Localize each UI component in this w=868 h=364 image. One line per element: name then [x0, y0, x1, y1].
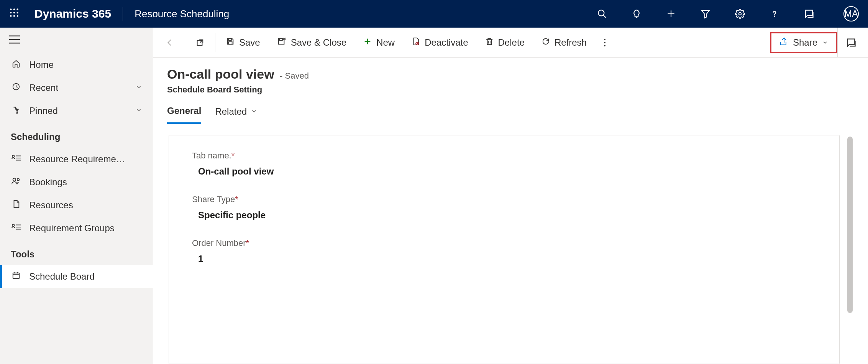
- required-asterisk: *: [246, 238, 249, 248]
- button-label: New: [376, 37, 395, 48]
- svg-line-10: [603, 15, 606, 18]
- nav-schedule-board[interactable]: Schedule Board: [0, 265, 153, 288]
- chevron-down-icon: [135, 106, 142, 116]
- global-top-bar: Dynamics 365 Resource Scheduling MA: [0, 0, 868, 28]
- record-title: On-call pool view: [167, 67, 274, 81]
- site-map-sidebar: Home Recent Pinned Scheduling R: [0, 28, 153, 364]
- svg-line-44: [416, 42, 418, 44]
- list-person-icon: [11, 154, 21, 165]
- nav-label: Schedule Board: [29, 271, 95, 282]
- nav-home[interactable]: Home: [0, 53, 153, 76]
- divider: [123, 7, 123, 21]
- tab-label: Related: [215, 106, 247, 117]
- chat-icon[interactable]: [801, 6, 817, 21]
- save-icon: [226, 37, 235, 48]
- back-button[interactable]: [157, 28, 182, 57]
- separator: [215, 33, 215, 52]
- svg-point-20: [12, 155, 15, 158]
- search-icon[interactable]: [594, 6, 610, 21]
- tab-general[interactable]: General: [167, 105, 201, 124]
- svg-rect-45: [487, 39, 491, 44]
- svg-point-2: [17, 8, 18, 10]
- record-header: On-call pool view - Saved Schedule Board…: [153, 58, 868, 102]
- nav-resource-requirements[interactable]: Resource Requireme…: [0, 148, 153, 171]
- svg-point-1: [13, 8, 15, 10]
- save-button[interactable]: Save: [218, 28, 269, 57]
- module-label[interactable]: Resource Scheduling: [135, 8, 229, 20]
- trash-icon: [485, 37, 494, 48]
- hamburger-icon[interactable]: [0, 28, 153, 53]
- svg-point-5: [17, 12, 18, 13]
- button-label: Save: [239, 37, 260, 48]
- button-label: Refresh: [555, 37, 587, 48]
- nav-pinned[interactable]: Pinned: [0, 99, 153, 122]
- lightbulb-icon[interactable]: [629, 6, 644, 21]
- gear-icon[interactable]: [732, 6, 748, 21]
- label-text: Tab name.: [192, 151, 231, 160]
- svg-rect-37: [228, 41, 232, 44]
- svg-point-49: [604, 42, 605, 43]
- field-value[interactable]: Specific people: [192, 210, 816, 221]
- scrollbar-thumb[interactable]: [847, 137, 853, 313]
- command-bar: Save Save & Close New Deactivate: [153, 28, 868, 58]
- help-icon[interactable]: [767, 6, 782, 21]
- svg-rect-36: [228, 38, 231, 40]
- field-tab-name[interactable]: Tab name.* On-call pool view: [192, 151, 816, 177]
- nav-bookings[interactable]: Bookings: [0, 171, 153, 194]
- global-icons: MA: [594, 6, 859, 21]
- filter-icon[interactable]: [698, 6, 713, 21]
- field-label: Order Number*: [192, 238, 816, 248]
- svg-point-6: [10, 15, 11, 16]
- share-icon: [779, 37, 788, 48]
- calendar-icon: [11, 271, 21, 282]
- nav-label: Pinned: [29, 105, 58, 116]
- field-share-type[interactable]: Share Type* Specific people: [192, 194, 816, 221]
- app-launcher-icon[interactable]: [9, 8, 19, 20]
- user-avatar[interactable]: MA: [843, 6, 859, 21]
- brand-label[interactable]: Dynamics 365: [34, 7, 111, 20]
- nav-group-tools: Tools: [0, 240, 153, 265]
- more-commands-button[interactable]: [595, 28, 614, 57]
- record-entity-label: Schedule Board Setting: [167, 85, 854, 95]
- button-label: Save & Close: [291, 37, 346, 48]
- general-section: Tab name.* On-call pool view Share Type*…: [169, 135, 840, 364]
- chevron-down-icon: [135, 83, 142, 93]
- field-label: Tab name.*: [192, 151, 816, 161]
- button-label: Share: [793, 37, 817, 48]
- field-value[interactable]: On-call pool view: [192, 166, 816, 177]
- refresh-button[interactable]: Refresh: [533, 28, 595, 57]
- open-in-new-window-button[interactable]: [187, 28, 213, 57]
- new-button[interactable]: New: [355, 28, 403, 57]
- refresh-icon: [541, 37, 550, 48]
- chevron-down-icon: [822, 37, 828, 48]
- field-value[interactable]: 1: [192, 254, 816, 264]
- tab-label: General: [167, 105, 201, 116]
- svg-point-3: [10, 12, 11, 13]
- required-asterisk: *: [231, 151, 235, 160]
- field-order-number[interactable]: Order Number* 1: [192, 238, 816, 264]
- assistant-pane-toggle[interactable]: [837, 28, 864, 57]
- nav-label: Bookings: [29, 177, 67, 188]
- svg-point-50: [604, 45, 605, 46]
- nav-group-scheduling: Scheduling: [0, 122, 153, 148]
- list-person-icon: [11, 223, 21, 234]
- tab-related[interactable]: Related: [215, 105, 258, 124]
- deactivate-button[interactable]: Deactivate: [403, 28, 476, 57]
- share-button[interactable]: Share: [770, 32, 837, 53]
- svg-point-15: [774, 16, 775, 17]
- nav-resources[interactable]: Resources: [0, 194, 153, 217]
- record-save-status: - Saved: [280, 71, 309, 81]
- plus-icon: [363, 37, 372, 48]
- add-icon[interactable]: [663, 6, 679, 21]
- svg-point-4: [13, 12, 15, 13]
- svg-point-14: [739, 13, 742, 15]
- delete-button[interactable]: Delete: [477, 28, 533, 57]
- nav-requirement-groups[interactable]: Requirement Groups: [0, 217, 153, 240]
- svg-point-7: [13, 15, 15, 16]
- svg-point-8: [17, 15, 18, 16]
- svg-rect-38: [279, 38, 282, 40]
- svg-point-25: [17, 179, 20, 181]
- deactivate-icon: [412, 37, 420, 48]
- save-and-close-button[interactable]: Save & Close: [269, 28, 355, 57]
- nav-recent[interactable]: Recent: [0, 76, 153, 99]
